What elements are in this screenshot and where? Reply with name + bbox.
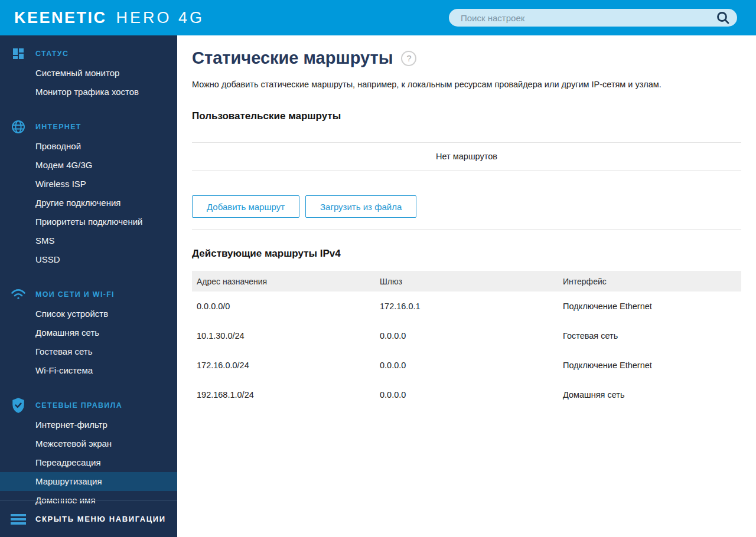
search-box[interactable] — [449, 9, 737, 27]
help-icon[interactable]: ? — [401, 51, 416, 66]
nav-section-internet: ИНТЕРНЕТ Проводной Модем 4G/3G Wireless … — [0, 117, 177, 269]
globe-icon — [9, 119, 27, 135]
column-header-interface: Интерфейс — [558, 271, 741, 292]
load-from-file-button[interactable]: Загрузить из файла — [305, 195, 416, 218]
table-header-row: Адрес назначения Шлюз Интерфейс — [192, 271, 741, 292]
cell-gateway: 0.0.0.0 — [375, 321, 558, 351]
section-label-my-networks: МОИ СЕТИ И WI-FI — [35, 290, 115, 299]
cell-gateway: 0.0.0.0 — [375, 380, 558, 410]
column-header-gateway: Шлюз — [375, 271, 558, 292]
column-header-destination: Адрес назначения — [192, 271, 375, 292]
dashboard-icon — [9, 47, 27, 61]
active-routes-table: Адрес назначения Шлюз Интерфейс 0.0.0.0/… — [192, 271, 741, 410]
add-route-button[interactable]: Добавить маршрут — [192, 195, 299, 218]
page-description: Можно добавить статические маршруты, нап… — [192, 80, 741, 89]
nav-section-network-rules: СЕТЕВЫЕ ПРАВИЛА Интернет-фильтр Межсетев… — [0, 395, 177, 510]
user-routes-actions: Добавить маршрут Загрузить из файла — [192, 195, 741, 218]
title-row: Статические маршруты ? — [192, 48, 741, 68]
table-row: 192.168.1.0/24 0.0.0.0 Домашняя сеть — [192, 380, 741, 410]
search-button[interactable] — [715, 9, 731, 26]
cell-interface: Домашняя сеть — [558, 380, 741, 410]
user-routes-empty-state: Нет маршрутов — [192, 142, 741, 171]
sidebar-item-host-traffic-monitor[interactable]: Монитор трафика хостов — [0, 83, 177, 101]
device-model: HERO 4G — [116, 9, 205, 27]
cell-destination: 172.16.0.0/24 — [192, 351, 375, 380]
cell-destination: 10.1.30.0/24 — [192, 321, 375, 351]
cell-interface: Гостевая сеть — [558, 321, 741, 351]
shield-icon — [9, 398, 27, 413]
sidebar-item-home-network[interactable]: Домашняя сеть — [0, 323, 177, 342]
cell-interface: Подключение Ethernet — [558, 351, 741, 380]
sidebar-item-sms[interactable]: SMS — [0, 231, 177, 250]
sidebar-item-wifi-system[interactable]: Wi-Fi-система — [0, 361, 177, 380]
table-row: 172.16.0.0/24 0.0.0.0 Подключение Ethern… — [192, 351, 741, 380]
brand-logo: KEENETIC — [14, 9, 107, 27]
sidebar-item-port-forwarding[interactable]: Переадресация — [0, 453, 177, 472]
wifi-icon — [9, 288, 27, 301]
section-label-network-rules: СЕТЕВЫЕ ПРАВИЛА — [35, 401, 122, 410]
hide-navigation-menu-label: СКРЫТЬ МЕНЮ НАВИГАЦИИ — [35, 515, 166, 523]
table-row: 0.0.0.0/0 172.16.0.1 Подключение Etherne… — [192, 292, 741, 321]
section-header-internet: ИНТЕРНЕТ — [0, 117, 177, 137]
sidebar-item-firewall[interactable]: Межсетевой экран — [0, 434, 177, 453]
cell-destination: 0.0.0.0/0 — [192, 292, 375, 321]
user-routes-heading: Пользовательские маршруты — [192, 110, 741, 122]
hide-navigation-menu-button[interactable]: СКРЫТЬ МЕНЮ НАВИГАЦИИ — [0, 500, 177, 537]
section-header-status: СТАТУС — [0, 44, 177, 64]
sidebar-item-routing[interactable]: Маршрутизация — [0, 472, 177, 491]
sidebar-item-wired[interactable]: Проводной — [0, 137, 177, 156]
active-routes-heading: Действующие маршруты IPv4 — [192, 248, 741, 260]
nav-section-my-networks: МОИ СЕТИ И WI-FI Список устройств Домашн… — [0, 284, 177, 380]
page-title: Статические маршруты — [192, 48, 393, 68]
search-input[interactable] — [461, 13, 715, 23]
section-header-my-networks: МОИ СЕТИ И WI-FI — [0, 284, 177, 304]
sidebar-item-guest-network[interactable]: Гостевая сеть — [0, 342, 177, 361]
main-content: Статические маршруты ? Можно добавить ст… — [177, 35, 756, 537]
sidebar-item-wireless-isp[interactable]: Wireless ISP — [0, 175, 177, 194]
section-label-status: СТАТУС — [35, 50, 69, 58]
topbar: KEENETIC HERO 4G — [0, 0, 756, 35]
table-row: 10.1.30.0/24 0.0.0.0 Гостевая сеть — [192, 321, 741, 351]
sidebar-item-ussd[interactable]: USSD — [0, 250, 177, 269]
sidebar-item-other-connections[interactable]: Другие подключения — [0, 194, 177, 212]
sidebar: СТАТУС Системный монитор Монитор трафика… — [0, 35, 177, 537]
nav-section-status: СТАТУС Системный монитор Монитор трафика… — [0, 44, 177, 101]
section-label-internet: ИНТЕРНЕТ — [35, 123, 82, 131]
sidebar-item-system-monitor[interactable]: Системный монитор — [0, 64, 177, 83]
sidebar-item-modem-4g-3g[interactable]: Модем 4G/3G — [0, 156, 177, 175]
cell-destination: 192.168.1.0/24 — [192, 380, 375, 410]
menu-icon — [9, 514, 27, 525]
sidebar-item-internet-filter[interactable]: Интернет-фильтр — [0, 415, 177, 434]
section-divider — [192, 229, 741, 230]
sidebar-item-connection-priorities[interactable]: Приоритеты подключений — [0, 212, 177, 231]
search-icon — [716, 11, 730, 25]
sidebar-item-device-list[interactable]: Список устройств — [0, 304, 177, 323]
sidebar-nav: СТАТУС Системный монитор Монитор трафика… — [0, 35, 177, 510]
cell-gateway: 0.0.0.0 — [375, 351, 558, 380]
cell-interface: Подключение Ethernet — [558, 292, 741, 321]
section-header-network-rules: СЕТЕВЫЕ ПРАВИЛА — [0, 395, 177, 415]
cell-gateway: 172.16.0.1 — [375, 292, 558, 321]
